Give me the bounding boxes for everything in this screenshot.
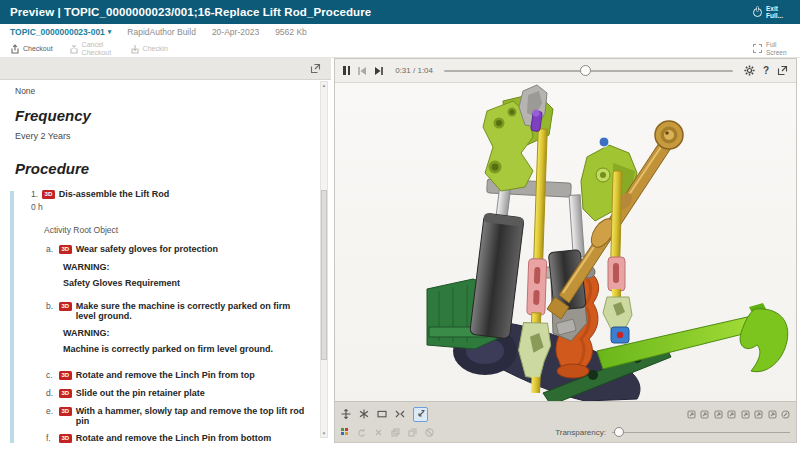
document-id: TOPIC_0000000023-001 — [10, 27, 105, 37]
view-orientation-buttons — [687, 410, 791, 419]
substep-row-d[interactable]: d. 3D Slide out the pin retainer plate — [46, 388, 309, 399]
animation-player-bar: 0:31 / 1:04 ? — [335, 59, 796, 83]
view-cube-icon-6[interactable] — [754, 410, 763, 419]
pause-button[interactable] — [343, 66, 350, 75]
warning-label: WARNING: — [63, 328, 309, 338]
next-step-button[interactable] — [374, 66, 384, 76]
view-cube-icon-2[interactable] — [700, 410, 709, 419]
page-title: Preview | TOPIC_0000000023/001;16-Replac… — [10, 6, 371, 18]
zoom-window-icon — [377, 409, 387, 419]
transparency-label: Transparency: — [555, 428, 606, 437]
help-button[interactable]: ? — [763, 65, 769, 76]
pan-tool-button[interactable] — [341, 409, 351, 419]
exit-fullscreen-label: Exit Full... — [766, 5, 792, 20]
viewer-panel: 0:31 / 1:04 ? — [334, 58, 797, 443]
open-in-window-icon[interactable] — [310, 63, 321, 74]
3d-badge: 3D — [59, 371, 72, 380]
previous-step-icon — [357, 66, 367, 76]
document-id-dropdown[interactable]: TOPIC_0000000023-001 ▾ — [10, 27, 111, 37]
view-cube-icon-1[interactable] — [687, 410, 696, 419]
duplicate-icon — [408, 428, 417, 437]
field-value-none: None — [15, 86, 309, 96]
3d-viewport[interactable] — [335, 83, 796, 401]
view-cube-icon-7[interactable] — [768, 410, 777, 419]
substep-row-a[interactable]: a. 3D Wear safety gloves for protection — [46, 244, 309, 255]
zoom-extents-button-selected[interactable] — [413, 407, 428, 422]
substep-row-e[interactable]: e. 3D With a hammer, slowly tap and remo… — [46, 406, 309, 426]
standard-views-icon[interactable] — [341, 428, 349, 436]
cancel-checkout-button[interactable]: Cancel Checkout — [69, 41, 114, 56]
document-bar: TOPIC_0000000023-001 ▾ RapidAuthor Build… — [0, 24, 800, 40]
3d-badge: 3D — [59, 434, 72, 443]
transparency-slider[interactable] — [612, 426, 790, 438]
transparency-knob[interactable] — [614, 427, 624, 437]
transparency-track — [612, 432, 790, 434]
scroll-down-icon[interactable]: ▼ — [321, 431, 327, 436]
step-list: 1. 3D Dis-assemble the Lift Rod 0 h Acti… — [15, 189, 309, 443]
copy-view-button[interactable] — [391, 428, 400, 437]
3d-model[interactable] — [335, 83, 796, 401]
checkin-button[interactable]: Checkin — [130, 44, 168, 54]
open-in-window-icon[interactable] — [777, 65, 788, 76]
settings-gear-icon[interactable] — [744, 65, 755, 76]
checkout-button[interactable]: Checkout — [10, 44, 53, 54]
frequency-value: Every 2 Years — [15, 131, 309, 141]
frequency-heading: Frequency — [15, 107, 309, 124]
warning-block: WARNING: Safety Gloves Requirement — [63, 262, 309, 288]
fullscreen-corners-icon — [753, 44, 762, 53]
activity-root-label: Activity Root Object — [44, 225, 309, 235]
procedure-content: None Frequency Every 2 Years Procedure 1… — [0, 80, 331, 443]
view-cube-icon-8[interactable] — [781, 410, 790, 419]
checkout-icon — [10, 44, 20, 54]
playback-time: 0:31 / 1:04 — [395, 66, 433, 75]
procedure-panel-toolbar — [0, 58, 331, 80]
rotate-icon — [359, 409, 369, 419]
app-window: Preview | TOPIC_0000000023/001;16-Replac… — [0, 0, 800, 450]
playback-slider[interactable] — [444, 65, 733, 77]
disable-overlay-button[interactable] — [425, 428, 434, 437]
build-date: 20-Apr-2023 — [212, 27, 259, 37]
duplicate-view-button[interactable] — [408, 428, 417, 437]
previous-step-button[interactable] — [357, 66, 367, 76]
substep-row-c[interactable]: c. 3D Rotate and remove the Linch Pin fr… — [46, 370, 309, 381]
3d-badge: 3D — [59, 245, 72, 254]
view-cube-icon-4[interactable] — [727, 410, 736, 419]
fit-width-button[interactable] — [395, 409, 405, 419]
rotate-tool-button[interactable] — [359, 409, 369, 419]
substep-row-b[interactable]: b. 3D Make sure the machine is correctly… — [46, 301, 309, 321]
model-selected-part — [611, 327, 629, 343]
no-entry-icon — [425, 428, 434, 437]
cancel-checkout-icon — [69, 44, 79, 54]
step-row-1[interactable]: 1. 3D Dis-assemble the Lift Rod — [31, 189, 309, 200]
playback-knob[interactable] — [580, 65, 591, 76]
scrollbar-thumb[interactable] — [321, 190, 327, 360]
scroll-up-icon[interactable]: ▲ — [321, 83, 327, 88]
x-icon — [374, 428, 383, 437]
undo-view-button[interactable] — [357, 428, 366, 437]
step-duration: 0 h — [31, 202, 309, 212]
step-title: Dis-assemble the Lift Rod — [59, 189, 170, 199]
warning-label: WARNING: — [63, 262, 309, 272]
file-size: 9562 Kb — [275, 27, 307, 37]
next-step-icon — [374, 66, 384, 76]
warning-text: Machine is correctly parked on firm leve… — [63, 344, 309, 354]
zoom-extents-icon — [416, 409, 426, 419]
exit-fullscreen-button[interactable]: Exit Full... — [753, 5, 792, 20]
fullscreen-toggle[interactable]: Full Screen — [753, 41, 792, 56]
action-bar: Checkout Cancel Checkout Checkin Full Sc… — [0, 40, 800, 58]
fit-width-icon — [395, 409, 405, 419]
clear-selection-button[interactable] — [374, 428, 383, 437]
view-cube-icon-5[interactable] — [741, 410, 750, 419]
scrollbar[interactable]: ▲ ▼ — [320, 81, 328, 438]
substep-row-f[interactable]: f. 3D Rotate and remove the Linch Pin fr… — [46, 433, 309, 443]
warning-text: Safety Gloves Requirement — [63, 278, 309, 288]
3d-badge: 3D — [59, 407, 72, 416]
zoom-window-button[interactable] — [377, 409, 387, 419]
view-cube-icon-3[interactable] — [714, 410, 723, 419]
procedure-heading: Procedure — [15, 160, 309, 177]
title-bar: Preview | TOPIC_0000000023/001;16-Replac… — [0, 0, 800, 24]
viewer-toolbar: Transparency: — [335, 401, 796, 442]
step-guide-bar — [10, 191, 14, 443]
3d-badge: 3D — [42, 190, 55, 199]
warning-block: WARNING: Machine is correctly parked on … — [63, 328, 309, 354]
